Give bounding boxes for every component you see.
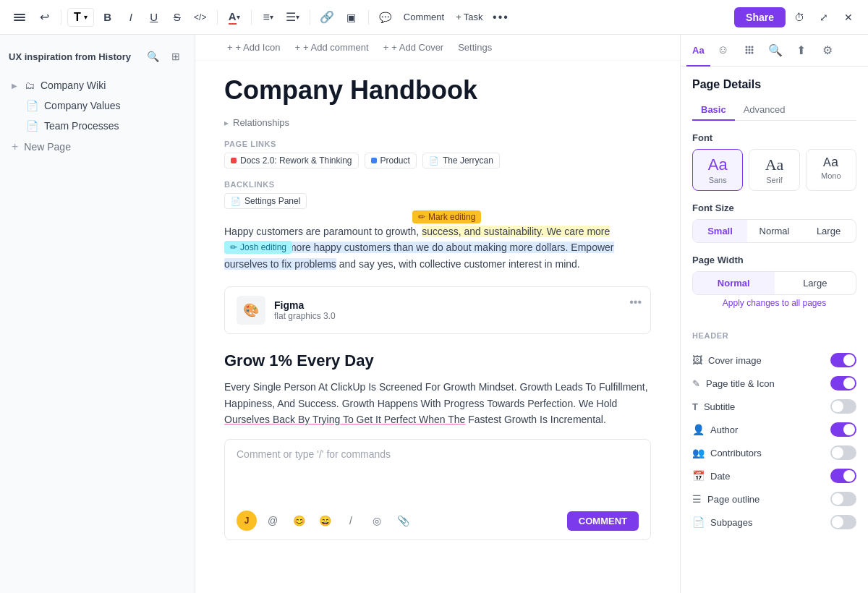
- sans-letter: Aa: [708, 155, 728, 174]
- subpages-toggle[interactable]: [830, 515, 856, 529]
- page-actions: + + Add Icon + + Add comment + + Add Cov…: [195, 35, 680, 61]
- company-wiki-icon: 🗂: [25, 80, 35, 91]
- add-icon-label: + Add Icon: [236, 42, 281, 53]
- svg-rect-1: [14, 17, 25, 18]
- page-outline-toggle[interactable]: [830, 492, 856, 506]
- add-cover-button[interactable]: + + Add Cover: [380, 40, 447, 54]
- underline-button[interactable]: U: [143, 7, 165, 28]
- add-cover-plus: +: [383, 42, 389, 53]
- sidebar-search-button[interactable]: 🔍: [142, 46, 163, 67]
- serif-letter: Aa: [765, 155, 784, 174]
- body-text-2: Every Single Person At ClickUp Is Screen…: [224, 379, 651, 427]
- panel-tab-font[interactable]: Aa: [686, 35, 710, 67]
- svg-point-8: [751, 49, 753, 51]
- task-button[interactable]: +Task: [451, 7, 487, 28]
- font-option-sans[interactable]: Aa Sans: [692, 149, 743, 191]
- new-page-button[interactable]: + New Page: [3, 136, 192, 158]
- panel-tab-emoji[interactable]: ☺: [710, 35, 736, 67]
- docs-link-label: Docs 2.0: Rework & Thinking: [240, 155, 352, 166]
- bold-button[interactable]: B: [97, 7, 119, 28]
- list-button[interactable]: ☰▾: [282, 7, 304, 28]
- contributors-toggle[interactable]: [830, 445, 856, 460]
- history-button[interactable]: ⏱: [788, 7, 810, 28]
- slash-button[interactable]: /: [341, 511, 361, 531]
- link-button[interactable]: 🔗: [316, 7, 338, 28]
- size-option-normal[interactable]: Normal: [747, 220, 801, 242]
- font-color-button[interactable]: A ▾: [224, 7, 245, 28]
- comment-label-button[interactable]: Comment: [399, 7, 448, 28]
- close-button[interactable]: ✕: [838, 7, 859, 28]
- width-option-large[interactable]: Large: [775, 272, 856, 294]
- comment-icon[interactable]: 💬: [375, 7, 396, 28]
- italic-button[interactable]: I: [120, 7, 142, 28]
- mark-editing-tooltip: ✏ Mark editing: [412, 210, 481, 223]
- page-links-section: PAGE LINKS Docs 2.0: Rework & Thinking P…: [224, 140, 651, 168]
- sidebar-item-company-values[interactable]: 📄 Company Values: [3, 95, 192, 116]
- font-size-label: Font Size: [692, 202, 856, 213]
- page-link-docs[interactable]: Docs 2.0: Rework & Thinking: [224, 153, 359, 168]
- toggle-row-left-cover: 🖼 Cover image: [692, 354, 762, 366]
- subtitle-toggle[interactable]: [830, 399, 856, 414]
- breadcrumb-relationships-link[interactable]: Relationships: [233, 117, 289, 128]
- apply-changes-link[interactable]: Apply changes to all pages: [692, 298, 856, 308]
- page-title: Company Handbook: [224, 75, 651, 106]
- page-title-icon-icon: ✎: [692, 378, 700, 389]
- panel-tab-settings[interactable]: ⚙: [814, 35, 841, 67]
- mention-button[interactable]: @: [263, 511, 283, 531]
- contributors-label: Contributors: [710, 448, 762, 458]
- emoji-button[interactable]: 😊: [289, 511, 309, 531]
- toggle-row-left-page-title: ✎ Page title & Icon: [692, 378, 775, 389]
- subpages-label: Subpages: [710, 517, 753, 528]
- sidebar-item-company-wiki[interactable]: ▶ 🗂 Company Wiki: [3, 75, 192, 95]
- panel-tab-search[interactable]: 🔍: [762, 35, 788, 67]
- backlink-settings-panel[interactable]: 📄 Settings Panel: [224, 193, 307, 209]
- page-link-jerrycan[interactable]: 📄 The Jerrycan: [422, 153, 500, 168]
- share-button[interactable]: Share: [734, 7, 786, 27]
- panel-tabs: Aa ☺ 🔍 ⬆ ⚙: [681, 35, 868, 67]
- media-button[interactable]: ▣: [341, 7, 362, 28]
- toggle-row-subpages: 📄 Subpages: [692, 511, 856, 534]
- author-toggle[interactable]: [830, 422, 856, 437]
- comment-submit-button[interactable]: COMMENT: [567, 511, 639, 531]
- sidebar-layout-button[interactable]: ⊞: [166, 46, 186, 67]
- date-icon: 📅: [692, 470, 705, 482]
- svg-rect-2: [14, 20, 25, 21]
- font-option-mono[interactable]: Aa Mono: [806, 149, 856, 191]
- sidebar-item-team-processes[interactable]: 📄 Team Processes: [3, 116, 192, 136]
- panel-tab-grid[interactable]: [736, 35, 762, 67]
- settings-button[interactable]: Settings: [455, 40, 495, 54]
- emoji2-button[interactable]: 😄: [315, 511, 335, 531]
- panel-sub-tab-advanced[interactable]: Advanced: [735, 100, 794, 121]
- add-comment-button[interactable]: + + Add comment: [292, 40, 371, 54]
- size-option-large[interactable]: Large: [801, 220, 856, 242]
- mark-editing-label: Mark editing: [428, 212, 475, 222]
- undo-button[interactable]: ↩: [33, 7, 55, 28]
- expand-button[interactable]: ⤢: [813, 7, 835, 28]
- comment-placeholder[interactable]: Comment or type '/' for commands: [237, 448, 639, 502]
- right-panel: Aa ☺ 🔍 ⬆ ⚙ Page Details: [680, 35, 868, 593]
- code-button[interactable]: </>: [190, 7, 211, 28]
- date-toggle[interactable]: [830, 469, 856, 483]
- font-option-serif[interactable]: Aa Serif: [749, 149, 799, 191]
- subtitle-label: Subtitle: [704, 401, 735, 412]
- at2-button[interactable]: ◎: [367, 511, 387, 531]
- jerrycan-doc-icon: 📄: [429, 156, 439, 166]
- align-button[interactable]: ≡▾: [258, 7, 279, 28]
- sidebar-item-label-company-wiki: Company Wiki: [41, 80, 106, 91]
- strikethrough-button[interactable]: S: [166, 7, 188, 28]
- font-selector-button[interactable]: T ▾: [67, 8, 94, 27]
- add-icon-button[interactable]: + + Add Icon: [224, 40, 283, 54]
- header-section: HEADER 🖼 Cover image ✎ Page title & Icon: [681, 331, 868, 539]
- cover-image-toggle[interactable]: [830, 353, 856, 367]
- panel-tab-share[interactable]: ⬆: [788, 35, 814, 67]
- width-option-normal[interactable]: Normal: [693, 272, 775, 294]
- comment-user-avatar: J: [237, 511, 257, 531]
- more-button[interactable]: •••: [490, 7, 511, 28]
- attach-button[interactable]: 📎: [393, 511, 413, 531]
- embed-more-button[interactable]: •••: [629, 296, 642, 309]
- size-option-small[interactable]: Small: [693, 220, 747, 242]
- page-link-product[interactable]: Product: [365, 153, 417, 168]
- hamburger-icon[interactable]: [9, 7, 30, 28]
- page-title-icon-toggle[interactable]: [830, 376, 856, 391]
- panel-sub-tab-basic[interactable]: Basic: [692, 100, 735, 121]
